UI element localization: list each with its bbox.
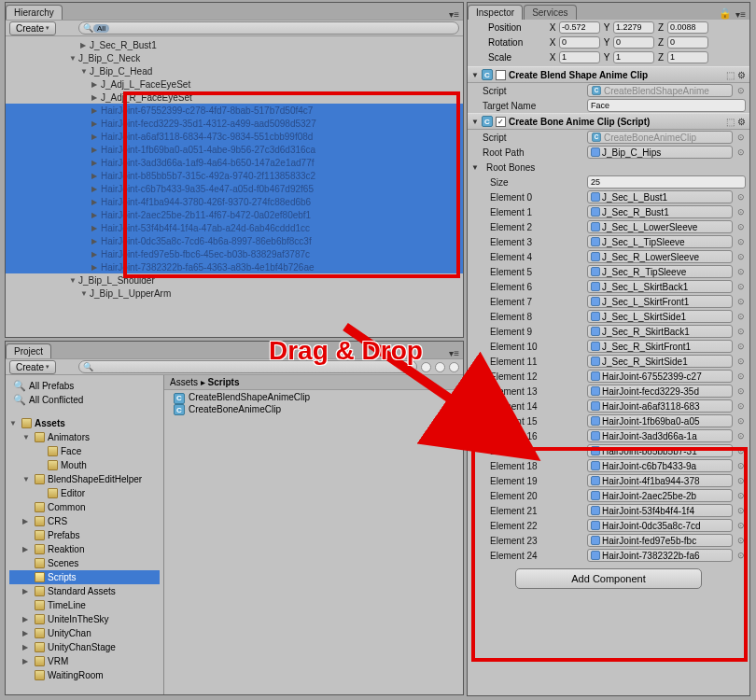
- panel-menu-icon[interactable]: ▾≡: [445, 9, 463, 20]
- object-picker-icon[interactable]: ⊙: [736, 342, 746, 351]
- help-icon[interactable]: ⬚: [726, 70, 735, 80]
- hierarchy-item[interactable]: ▶J_Adj_L_FaceEyeSet: [6, 77, 463, 91]
- hierarchy-item[interactable]: ▶HairJoint-2aec25be-2b11-4f67-b472-0a02e…: [6, 208, 463, 221]
- object-picker-icon[interactable]: ⊙: [736, 252, 746, 261]
- folder-item[interactable]: ▼Animators: [9, 430, 160, 444]
- create-button[interactable]: Create ▾: [9, 21, 56, 35]
- foldout-arrow-icon[interactable]: ▶: [91, 250, 101, 259]
- folder-item[interactable]: Scenes: [9, 556, 160, 570]
- foldout-arrow-icon[interactable]: ▼: [471, 118, 479, 126]
- object-picker-icon[interactable]: ⊙: [736, 133, 746, 142]
- element-field[interactable]: HairJoint-0dc35a8c-7cd: [587, 519, 733, 532]
- tab-inspector[interactable]: Inspector: [468, 5, 523, 20]
- tab-hierarchy[interactable]: Hierarchy: [6, 5, 63, 20]
- enable-checkbox[interactable]: [496, 70, 506, 80]
- foldout-arrow-icon[interactable]: ▼: [80, 67, 90, 76]
- foldout-arrow-icon[interactable]: ▶: [91, 106, 101, 115]
- gear-icon[interactable]: ⚙: [737, 70, 746, 80]
- hierarchy-item[interactable]: ▼J_Bip_L_Shoulder: [6, 273, 463, 287]
- object-picker-icon[interactable]: ⊙: [736, 312, 746, 321]
- foldout-arrow-icon[interactable]: ▼: [69, 276, 78, 285]
- object-picker-icon[interactable]: ⊙: [736, 431, 746, 441]
- breadcrumb-assets[interactable]: Assets: [170, 377, 198, 387]
- project-folder-tree[interactable]: 🔍All Prefabs 🔍All Conflicted ▼Assets ▼An…: [6, 375, 164, 694]
- object-picker-icon[interactable]: ⊙: [736, 506, 746, 515]
- hierarchy-item[interactable]: ▶HairJoint-4f1ba944-3780-426f-9370-274fc…: [6, 195, 463, 208]
- hierarchy-item[interactable]: ▶J_Adj_R_FaceEyeSet: [6, 91, 463, 104]
- element-field[interactable]: HairJoint-7382322b-fa6: [587, 549, 733, 562]
- gear-icon[interactable]: ⚙: [737, 117, 746, 127]
- foldout-arrow-icon[interactable]: ▶: [91, 211, 101, 219]
- object-picker-icon[interactable]: ⊙: [736, 357, 746, 366]
- object-picker-icon[interactable]: ⊙: [736, 536, 746, 545]
- hierarchy-tree[interactable]: ▶J_Sec_R_Bust1▼J_Bip_C_Neck▼J_Bip_C_Head…: [6, 36, 463, 337]
- folder-item[interactable]: Common: [9, 500, 160, 514]
- element-field[interactable]: HairJoint-fed97e5b-fbc: [587, 534, 733, 547]
- foldout-arrow-icon[interactable]: ▶: [22, 517, 32, 525]
- object-picker-icon[interactable]: ⊙: [736, 267, 746, 276]
- object-picker-icon[interactable]: ⊙: [736, 416, 746, 426]
- element-field[interactable]: HairJoint-c6b7b433-9a: [587, 459, 733, 472]
- hierarchy-item[interactable]: ▶HairJoint-7382322b-fa65-4363-a83b-4e1bf…: [6, 260, 463, 273]
- folder-item[interactable]: ▶Reaktion: [9, 542, 160, 556]
- element-field[interactable]: J_Sec_L_LowerSleeve: [587, 220, 733, 233]
- foldout-arrow-icon[interactable]: ▶: [91, 80, 101, 89]
- foldout-arrow-icon[interactable]: ▶: [80, 41, 90, 49]
- foldout-arrow-icon[interactable]: ▼: [22, 433, 32, 441]
- element-field[interactable]: J_Sec_L_SkirtSide1: [587, 310, 733, 323]
- object-picker-icon[interactable]: ⊙: [736, 401, 746, 411]
- tab-project[interactable]: Project: [6, 343, 51, 358]
- enable-checkbox[interactable]: ✓: [496, 117, 506, 127]
- element-field[interactable]: J_Sec_R_SkirtSide1: [587, 355, 733, 368]
- save-icon[interactable]: [449, 362, 459, 372]
- folder-item[interactable]: Prefabs: [9, 528, 160, 542]
- hierarchy-item[interactable]: ▶J_Sec_R_Bust1: [6, 38, 463, 51]
- folder-item[interactable]: Mouth: [9, 458, 160, 472]
- foldout-arrow-icon[interactable]: ▶: [91, 185, 101, 193]
- folder-item[interactable]: ▶VRM: [9, 654, 160, 668]
- foldout-arrow-icon[interactable]: ▶: [22, 629, 32, 637]
- hierarchy-item[interactable]: ▶HairJoint-fecd3229-35d1-4312-a499-aad50…: [6, 117, 463, 130]
- create-button[interactable]: Create ▾: [9, 360, 56, 374]
- element-field[interactable]: J_Sec_L_TipSleeve: [587, 235, 733, 248]
- foldout-arrow-icon[interactable]: ▶: [22, 587, 32, 595]
- hierarchy-item[interactable]: ▶HairJoint-53f4b4f4-1f4a-47ab-a24d-6ab46…: [6, 221, 463, 234]
- filter-all-prefabs[interactable]: 🔍All Prefabs: [9, 379, 160, 393]
- element-field[interactable]: J_Sec_R_SkirtFront1: [587, 340, 733, 353]
- hierarchy-item[interactable]: ▶HairJoint-c6b7b433-9a35-4e47-a05d-f0b46…: [6, 182, 463, 195]
- foldout-arrow-icon[interactable]: ▼: [9, 419, 19, 427]
- folder-item[interactable]: ▶Standard Assets: [9, 584, 160, 598]
- object-picker-icon[interactable]: ⊙: [736, 446, 746, 455]
- hierarchy-item[interactable]: ▼J_Bip_C_Neck: [6, 51, 463, 64]
- foldout-arrow-icon[interactable]: ▼: [69, 54, 78, 63]
- project-search[interactable]: 🔍: [78, 360, 417, 373]
- hierarchy-item[interactable]: ▶HairJoint-b85bb5b7-315c-492a-9740-2f113…: [6, 169, 463, 182]
- element-field[interactable]: HairJoint-4f1ba944-378: [587, 474, 733, 487]
- object-picker-icon[interactable]: ⊙: [736, 147, 746, 157]
- foldout-arrow-icon[interactable]: ▼: [471, 71, 479, 79]
- help-icon[interactable]: ⬚: [726, 117, 735, 127]
- element-field[interactable]: HairJoint-a6af3118-683: [587, 399, 733, 413]
- folder-item[interactable]: ▼BlendShapeEditHelper: [9, 472, 160, 486]
- root-bones-array[interactable]: ▼ Root Bones: [468, 160, 749, 175]
- element-field[interactable]: HairJoint-3ad3d66a-1a: [587, 429, 733, 442]
- object-picker-icon[interactable]: ⊙: [736, 222, 746, 231]
- search-filter-pill[interactable]: All: [93, 24, 109, 33]
- filter-all-conflicted[interactable]: 🔍All Conflicted: [9, 393, 160, 407]
- element-field[interactable]: HairJoint-67552399-c27: [587, 370, 733, 383]
- foldout-arrow-icon[interactable]: ▶: [91, 263, 101, 272]
- object-picker-icon[interactable]: ⊙: [736, 386, 746, 396]
- foldout-arrow-icon[interactable]: ▶: [22, 615, 32, 623]
- folder-item[interactable]: ▶UniteInTheSky: [9, 612, 160, 626]
- project-content[interactable]: Assets ▸ Scripts CCreateBlendShapeAnimeC…: [164, 375, 463, 694]
- element-field[interactable]: HairJoint-b85bb5b7-31: [587, 444, 733, 457]
- hierarchy-item[interactable]: ▶HairJoint-67552399-c278-4fd7-8bab-517b7…: [6, 104, 463, 117]
- hierarchy-item[interactable]: ▶HairJoint-a6af3118-6834-473c-9834-551cb…: [6, 130, 463, 143]
- folder-item[interactable]: ▶CRS: [9, 514, 160, 528]
- hierarchy-item[interactable]: ▶HairJoint-1fb69ba0-a051-4abe-9b56-27c3d…: [6, 143, 463, 156]
- folder-item[interactable]: TimeLine: [9, 598, 160, 612]
- hierarchy-item[interactable]: ▶HairJoint-0dc35a8c-7cd6-4b6a-8997-86eb6…: [6, 234, 463, 247]
- folder-item[interactable]: Editor: [9, 486, 160, 500]
- folder-item[interactable]: ▶UnityChanStage: [9, 640, 160, 654]
- element-field[interactable]: HairJoint-1fb69ba0-a05: [587, 414, 733, 427]
